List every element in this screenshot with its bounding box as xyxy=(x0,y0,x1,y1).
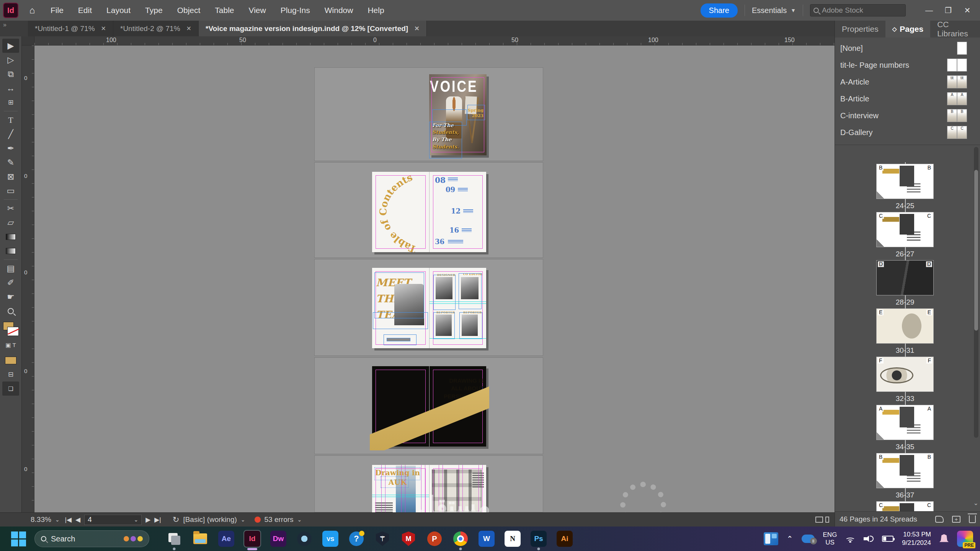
apply-color-button[interactable] xyxy=(5,357,16,364)
vscode-icon[interactable]: VS xyxy=(322,531,338,547)
after-effects-icon[interactable]: Ae xyxy=(218,531,234,547)
pen-tool[interactable]: ✒ xyxy=(2,141,19,155)
page-team-left[interactable]: MEET THE TEAM xyxy=(372,268,429,348)
indesign-taskbar-icon[interactable]: Id xyxy=(244,531,260,547)
text-frame[interactable] xyxy=(374,272,424,318)
next-page-button[interactable]: ▶ xyxy=(145,516,150,524)
menu-window[interactable]: Window xyxy=(325,6,353,15)
first-page-button[interactable]: |◀ xyxy=(65,516,72,524)
preflight-errors[interactable]: 53 errors⌄ xyxy=(255,515,302,524)
start-button[interactable] xyxy=(11,531,26,546)
wifi-icon[interactable] xyxy=(845,535,855,543)
chrome-icon[interactable] xyxy=(452,531,469,547)
type-tool[interactable]: T xyxy=(2,113,19,127)
screen-mode-button[interactable]: ❏ xyxy=(2,381,19,396)
graphic-frame[interactable] xyxy=(459,312,482,339)
panel-expand-chevrons[interactable]: » xyxy=(0,21,28,36)
spread-thumb-24-25[interactable]: BB 24-25 xyxy=(870,164,940,210)
language-indicator[interactable]: ENGUS xyxy=(823,531,837,547)
dreamweaver-icon[interactable]: Dw xyxy=(270,531,286,547)
panel-scrollbar[interactable] xyxy=(974,147,978,438)
page-perspective-right[interactable]: DRAWING IS ALL ABOUT PERSPECTIVE xyxy=(429,366,486,447)
camera-app-icon[interactable] xyxy=(296,531,312,547)
home-icon[interactable]: ⌂ xyxy=(24,3,41,18)
spread-team[interactable]: MEET THE TEAM DESIGNER CO EDITOR xyxy=(372,268,486,348)
last-page-button[interactable]: ▶| xyxy=(154,516,161,524)
tray-expand-chevron[interactable]: ⌃ xyxy=(787,534,793,543)
notion-icon[interactable]: N xyxy=(505,531,521,547)
zoom-level-control[interactable]: 8.33%⌄ xyxy=(31,515,60,524)
note-tool[interactable]: ▤ xyxy=(2,261,19,276)
powerpoint-icon[interactable]: P xyxy=(426,531,443,547)
hand-tool[interactable]: ☛ xyxy=(2,290,19,304)
mcafee-icon[interactable]: M xyxy=(400,531,416,547)
widgets-icon[interactable] xyxy=(764,532,778,545)
spread-auk[interactable]: Drawing in AUK xyxy=(372,465,486,512)
view-options-button[interactable]: ⊟ xyxy=(2,367,19,381)
adobe-stock-search[interactable]: Adobe Stock xyxy=(810,4,906,16)
page-tool[interactable]: ⧉ xyxy=(2,67,19,81)
spread-thumb-32-33[interactable]: FF 32-33 xyxy=(870,357,940,403)
photoshop-icon[interactable]: Ps xyxy=(531,531,547,547)
previous-page-button[interactable]: ◀ xyxy=(75,516,80,524)
vertical-ruler[interactable]: 0 0 0 0 0 xyxy=(22,46,34,512)
spread-thumb-28-29[interactable]: DD 28-29 xyxy=(870,260,940,307)
zoom-tool[interactable] xyxy=(2,304,19,318)
close-icon[interactable]: ✕ xyxy=(101,25,106,32)
stroke-color-swatch[interactable] xyxy=(8,327,18,336)
document-canvas[interactable]: VOICE Spring2023 For The Students, By Th… xyxy=(34,46,835,512)
help-question-app-icon[interactable]: ? xyxy=(348,531,364,547)
free-transform-tool[interactable]: ▱ xyxy=(2,215,19,230)
panel-menu-icon[interactable]: ☰ xyxy=(975,21,980,37)
content-collector-tool[interactable]: ⊞ xyxy=(2,95,19,109)
tab-untitled-1[interactable]: *Untitled-1 @ 71%✕ xyxy=(28,21,113,36)
page-auk-right[interactable] xyxy=(429,465,486,512)
pencil-tool[interactable]: ✎ xyxy=(2,155,19,170)
formatting-affects-container[interactable]: ▣ T xyxy=(2,338,19,352)
restore-button[interactable]: ❐ xyxy=(939,3,957,18)
page-auk-left[interactable]: Drawing in AUK xyxy=(372,465,429,512)
gradient-feather-tool[interactable] xyxy=(2,244,19,258)
menu-type[interactable]: Type xyxy=(145,6,163,15)
ruler-origin-corner[interactable] xyxy=(22,36,34,46)
rectangle-frame-tool[interactable]: ⊠ xyxy=(2,170,19,184)
spread-thumb-36-37[interactable]: BB 36-37 xyxy=(870,453,940,500)
master-page-numbers[interactable]: tit-le- Page numbers xyxy=(835,57,980,73)
file-explorer-icon[interactable] xyxy=(192,531,208,547)
page-perspective-left[interactable] xyxy=(372,366,429,447)
minimize-button[interactable]: — xyxy=(920,3,938,18)
volume-icon[interactable] xyxy=(864,535,874,543)
canvas-panel-toggle-icon[interactable] xyxy=(815,517,829,523)
spread-perspective[interactable]: DRAWING IS ALL ABOUT PERSPECTIVE xyxy=(372,366,486,447)
spread-thumb-34-35[interactable]: AA 34-35 xyxy=(870,405,940,452)
graphic-frame[interactable] xyxy=(433,312,455,339)
master-c-interview[interactable]: C-interview BB xyxy=(835,107,980,124)
menu-edit[interactable]: Edit xyxy=(78,6,92,15)
graphic-frame[interactable] xyxy=(459,273,482,309)
scroll-down-icon[interactable]: ⌄ xyxy=(973,499,978,507)
task-view-icon[interactable] xyxy=(166,531,182,547)
master-d-gallery[interactable]: D-Gallery CC xyxy=(835,124,980,141)
illustrator-icon[interactable]: Ai xyxy=(557,531,573,547)
page-cover[interactable]: VOICE Spring2023 For The Students, By Th… xyxy=(429,74,487,155)
page-toc-left[interactable]: Table of Contents xyxy=(372,172,429,252)
taskbar-search[interactable]: Search xyxy=(34,530,149,547)
tab-properties[interactable]: Properties xyxy=(835,21,885,37)
gradient-swatch-tool[interactable] xyxy=(2,230,19,244)
horizontal-ruler[interactable]: 100 50 0 50 100 150 xyxy=(34,36,835,46)
page-team-right[interactable]: DESIGNER CO EDITOR REPORTER REPORTER xyxy=(429,268,486,348)
tab-voice-magazine[interactable]: *Voice magazine version indesign.indd @ … xyxy=(199,21,427,36)
tab-cc-libraries[interactable]: CC Libraries xyxy=(930,21,975,37)
spread-thumb-38-39[interactable]: CC 38-39 xyxy=(870,501,940,511)
tab-pages[interactable]: ◇Pages xyxy=(885,21,930,37)
close-icon[interactable]: ✕ xyxy=(186,25,191,32)
line-tool[interactable]: ╱ xyxy=(2,127,19,141)
spread-thumb-26-27[interactable]: CC 26-27 xyxy=(870,212,940,259)
text-frame[interactable] xyxy=(373,312,428,329)
fill-stroke-swatches[interactable] xyxy=(3,322,18,336)
share-button[interactable]: Share xyxy=(701,3,738,18)
master-b-article[interactable]: B-Article AA xyxy=(835,90,980,107)
close-button[interactable]: ✕ xyxy=(959,3,976,18)
eyedropper-tool[interactable]: ✐ xyxy=(2,276,19,290)
page-toc-right[interactable]: 08 09 12 16 36 xyxy=(429,172,486,252)
